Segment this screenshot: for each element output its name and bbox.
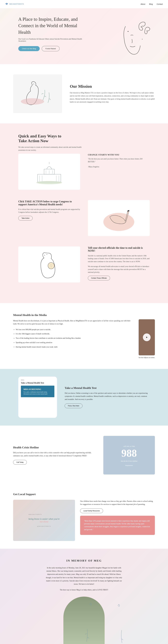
- memory-title: IN MEMORY OF MEG: [18, 559, 150, 562]
- mission-section: Our Mission Our mission at Meg Matters T…: [13, 64, 155, 124]
- butterfly-icon: [5, 2, 8, 6]
- action-intro: We take several steps to create an infor…: [18, 146, 83, 152]
- nav-contact[interactable]: Contact: [157, 3, 163, 5]
- svg-point-15: [48, 262, 54, 269]
- action-section: Quick and Easy Ways to Take Action Now W…: [0, 124, 168, 303]
- play-icon: [143, 334, 150, 341]
- contact-officials-button[interactable]: Contact Texas Officials: [88, 276, 110, 280]
- local-title: Get Local Support: [13, 492, 155, 496]
- click-body: It is critical that vital suicide preven…: [18, 208, 80, 214]
- pen-illustration: [88, 200, 150, 236]
- memory-p1: In the early morning hours of Monday, Ju…: [45, 566, 123, 586]
- svg-point-13: [36, 181, 62, 184]
- local-body: Our children have needs that change over…: [80, 500, 155, 506]
- svg-point-1: [142, 39, 142, 40]
- click-title: Click TAKE ACTION below to urge Congress…: [18, 200, 80, 206]
- memory-section: IN MEMORY OF MEG In the early morning ho…: [0, 549, 168, 644]
- quote-author: -Maya Angelou: [88, 166, 150, 168]
- embrace-illustration: [18, 246, 80, 282]
- svg-rect-3: [38, 174, 61, 182]
- video-thumbnail[interactable]: [139, 319, 155, 355]
- media-title: Mental Health in the Media: [13, 313, 155, 317]
- media-section: Mental Health in the Media Mental Health…: [13, 303, 155, 369]
- hotline-body: Did you know you can call or text to cha…: [13, 451, 96, 457]
- funds-raised-button[interactable]: Funds Raised: [42, 46, 60, 51]
- memory-p2: The best way to honor Meg is to help oth…: [45, 588, 123, 592]
- take-action-button[interactable]: Take Action: [18, 216, 32, 220]
- call-today-button[interactable]: Call Today: [13, 460, 27, 464]
- hero-title: A Place to Inspire, Educate, and Connect…: [18, 16, 83, 36]
- health-body: Did you know, Online screening is one of…: [65, 392, 150, 401]
- find-test-button[interactable]: Find a Test Here: [65, 404, 82, 408]
- tell-body1: Suicide is a national public health cris…: [88, 254, 150, 263]
- tell-body2: We encourage all mental health advocates…: [88, 265, 150, 274]
- nav-blog[interactable]: Blog: [149, 3, 153, 5]
- mission-title: Our Mission: [70, 84, 155, 89]
- screening-banner: MHA SCREENING Free, quick, confidential …: [21, 386, 54, 397]
- media-intro: Mental Health does not discriminate, it …: [13, 319, 131, 326]
- capitol-illustration: [18, 154, 80, 190]
- phone-mockup: MHA Take a Mental Health Test MHA SCREEN…: [18, 376, 57, 418]
- face-illustration: [110, 16, 155, 61]
- hotline-section: Health Crisis Hotline Did you know you c…: [13, 426, 155, 485]
- main-nav: About Blog Contact: [140, 3, 163, 5]
- hero-section: A Place to Inspire, Educate, and Connect…: [0, 8, 168, 64]
- change-title: CHANGE STARTS WITH YOU: [88, 154, 150, 156]
- local-quote-graphic: #MEGMATTERSTX being brave is easier when…: [13, 500, 75, 541]
- tell-title: Tell your elected officials the time to …: [88, 246, 150, 252]
- hotline-title: Health Crisis Hotline: [13, 446, 96, 449]
- local-resources-button[interactable]: Local Family Resources: [80, 508, 103, 513]
- change-quote: "Do the best you can until you know bett…: [88, 158, 150, 163]
- media-bullets: We lose over 800,000 people per year to …: [13, 328, 131, 348]
- local-support-section: Get Local Support #MEGMATTERSTX being br…: [13, 485, 155, 549]
- svg-point-0: [128, 31, 128, 32]
- check-blog-button[interactable]: Check out the Blog: [18, 46, 40, 51]
- nav-about[interactable]: About: [140, 3, 145, 5]
- site-header: MEGMATTERSTX About Blog Contact: [0, 0, 168, 8]
- mission-illustration: [13, 74, 62, 113]
- svg-point-2: [21, 98, 44, 105]
- mission-body: Our mission at Meg Matters TX is to have…: [70, 91, 155, 104]
- hotline-graphic: call, text, or chat 988 Suicide & Crisis…: [103, 436, 155, 474]
- logo[interactable]: MEGMATTERSTX: [5, 2, 24, 6]
- memory-photo: [64, 596, 104, 644]
- health-test-section: MHA Take a Mental Health Test MHA SCREEN…: [0, 369, 168, 426]
- health-title: Take a Mental Health Test: [65, 386, 150, 390]
- action-title: Quick and Easy Ways to Take Action Now: [18, 134, 70, 143]
- media-caption[interactable]: See the fullpost on twitter.: [139, 357, 155, 358]
- hero-subtitle: Our Goal is to Fundraise & Educate Other…: [18, 38, 83, 42]
- testimonial-box: "More than 52% people interviewed attest…: [80, 516, 155, 535]
